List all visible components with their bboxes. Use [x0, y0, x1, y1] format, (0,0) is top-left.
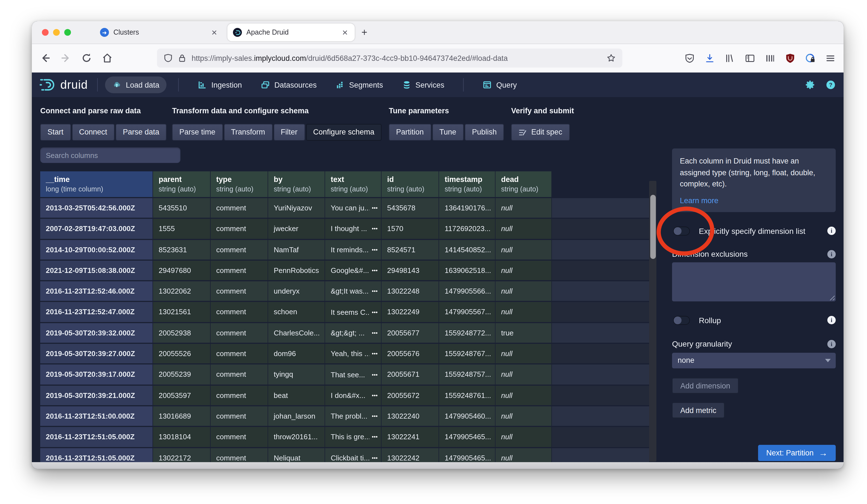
table-row[interactable]: 2007-02-28T19:47:03.000Z1555commentjweck…	[40, 219, 649, 239]
column-header-parent[interactable]: parentstring (auto)	[153, 171, 210, 197]
more-icon[interactable]: •••	[372, 386, 378, 405]
nav-item-segments[interactable]: Segments	[329, 76, 390, 93]
more-icon[interactable]: •••	[372, 406, 378, 426]
step-button-start[interactable]: Start	[40, 124, 71, 141]
column-header-time[interactable]: __timelong (time column)	[40, 171, 152, 197]
close-tab-icon[interactable]: ✕	[341, 28, 349, 36]
more-icon[interactable]: •••	[372, 323, 378, 343]
column-header-id[interactable]: idstring (auto)	[382, 171, 439, 197]
ublock-icon[interactable]	[785, 53, 795, 63]
step-button-edit-spec[interactable]: Edit spec	[511, 124, 569, 141]
search-columns-input[interactable]	[40, 147, 180, 163]
help-icon[interactable]: ?	[826, 80, 836, 90]
info-icon[interactable]: i	[827, 340, 836, 348]
reload-icon[interactable]	[81, 53, 92, 64]
url-text[interactable]: https://imply-sales.implycloud.com/druid…	[192, 54, 602, 62]
column-header-dead[interactable]: deadstring (auto)	[495, 171, 552, 197]
back-icon[interactable]	[40, 53, 51, 64]
minimize-window-button[interactable]	[53, 29, 60, 36]
step-button-connect[interactable]: Connect	[72, 124, 115, 141]
learn-more-link[interactable]: Learn more	[680, 195, 718, 207]
tab-label: Clusters	[114, 29, 206, 36]
sidebar-icon[interactable]	[745, 53, 755, 63]
table-row[interactable]: 2019-05-30T20:39:32.000Z20052938commentC…	[40, 323, 649, 343]
more-icon[interactable]: •••	[372, 365, 378, 384]
download-icon[interactable]	[705, 53, 715, 63]
extensions-icon[interactable]	[765, 53, 775, 63]
resize-handle-icon[interactable]	[828, 294, 835, 300]
column-header-text[interactable]: textstring (auto)	[325, 171, 381, 197]
step-button-tune[interactable]: Tune	[432, 124, 464, 141]
nav-item-services[interactable]: Services	[395, 76, 452, 93]
step-button-partition[interactable]: Partition	[389, 124, 431, 141]
query-granularity-select[interactable]: none	[672, 353, 836, 368]
cell-text: Clickbait ti...•••	[325, 448, 381, 462]
table-row[interactable]: 2021-12-09T15:08:38.000Z29497680commentP…	[40, 261, 649, 281]
zoom-window-button[interactable]	[64, 29, 71, 36]
more-icon[interactable]: •••	[372, 448, 378, 462]
info-icon[interactable]: i	[827, 227, 836, 235]
add-metric-button[interactable]: Add metric	[672, 403, 725, 418]
rollup-toggle[interactable]	[673, 316, 690, 325]
star-icon[interactable]	[607, 54, 616, 63]
more-icon[interactable]: •••	[372, 198, 378, 218]
next-partition-button[interactable]: Next: Partition →	[758, 445, 836, 461]
more-icon[interactable]: •••	[372, 240, 378, 259]
column-header-type[interactable]: typestring (auto)	[211, 171, 268, 197]
table-row[interactable]: 2016-11-23T12:51:00.000Z13016689commentj…	[40, 406, 649, 426]
cell-timestamp: 1364190176...	[439, 198, 495, 218]
scrollbar-thumb[interactable]	[650, 195, 655, 259]
info-icon[interactable]: i	[827, 250, 836, 259]
nav-item-datasources[interactable]: Datasources	[254, 76, 324, 93]
forward-icon[interactable]	[60, 53, 72, 64]
proxy-icon[interactable]	[805, 53, 816, 63]
column-header-timestamp[interactable]: timestampstring (auto)	[439, 171, 495, 197]
nav-item-load-data[interactable]: Load data	[105, 76, 167, 93]
nav-item-query[interactable]: Query	[476, 76, 524, 93]
step-button-publish[interactable]: Publish	[465, 124, 504, 141]
table-row[interactable]: 2019-05-30T20:39:17.000Z20055239commentt…	[40, 365, 649, 385]
table-row[interactable]: 2016-11-23T12:51:05.000Z13022172commentN…	[40, 448, 649, 462]
more-icon[interactable]: •••	[372, 282, 378, 301]
step-button-filter[interactable]: Filter	[274, 124, 305, 141]
pocket-icon[interactable]	[684, 53, 695, 63]
more-icon[interactable]: •••	[372, 302, 378, 322]
table-row[interactable]: 2019-05-30T20:39:27.000Z20055526commentd…	[40, 344, 649, 364]
table-row[interactable]: 2019-05-30T20:39:21.000Z20053597commentb…	[40, 385, 649, 405]
close-tab-icon[interactable]: ✕	[210, 28, 218, 36]
vertical-scrollbar[interactable]	[649, 181, 656, 462]
url-bar[interactable]: https://imply-sales.implycloud.com/druid…	[157, 48, 622, 67]
home-icon[interactable]	[102, 53, 113, 64]
dimension-exclusions-input[interactable]	[672, 262, 836, 302]
step-button-parse-time[interactable]: Parse time	[172, 124, 223, 141]
lock-icon[interactable]	[178, 54, 186, 63]
close-window-button[interactable]	[42, 29, 49, 36]
more-icon[interactable]: •••	[372, 219, 378, 239]
new-tab-button[interactable]: +	[362, 26, 367, 38]
cell-id: 1570	[382, 219, 439, 239]
library-icon[interactable]	[725, 53, 735, 63]
more-icon[interactable]: •••	[372, 344, 378, 363]
table-row[interactable]: 2013-03-25T05:42:56.000Z5435510commentYu…	[40, 198, 649, 218]
menu-icon[interactable]	[825, 53, 836, 63]
shield-icon[interactable]	[164, 54, 173, 63]
gear-icon[interactable]	[805, 80, 815, 90]
nav-item-ingestion[interactable]: Ingestion	[191, 76, 249, 93]
druid-logo[interactable]	[40, 78, 56, 92]
dimension-list-toggle[interactable]	[673, 226, 690, 235]
add-dimension-button[interactable]: Add dimension	[672, 378, 739, 394]
step-button-configure-schema[interactable]: Configure schema	[306, 124, 382, 141]
column-header-by[interactable]: bystring (auto)	[268, 171, 324, 197]
brand-name[interactable]: druid	[60, 78, 88, 91]
tab-apache-druid[interactable]: Apache Druid ✕	[227, 23, 355, 41]
step-button-parse-data[interactable]: Parse data	[116, 124, 167, 141]
more-icon[interactable]: •••	[372, 261, 378, 280]
table-row[interactable]: 2016-11-23T12:52:46.000Z13022062commentu…	[40, 281, 649, 301]
more-icon[interactable]: •••	[372, 427, 378, 447]
table-row[interactable]: 2016-11-23T12:52:47.000Z13021561comments…	[40, 302, 649, 322]
info-icon[interactable]: i	[827, 316, 836, 324]
step-button-transform[interactable]: Transform	[224, 124, 272, 141]
table-row[interactable]: 2016-11-23T12:51:05.000Z13018104commentt…	[40, 427, 649, 447]
table-row[interactable]: 2014-10-29T00:00:52.000Z8523631commentNa…	[40, 240, 649, 260]
tab-clusters[interactable]: ➜ Clusters ✕	[94, 23, 224, 41]
